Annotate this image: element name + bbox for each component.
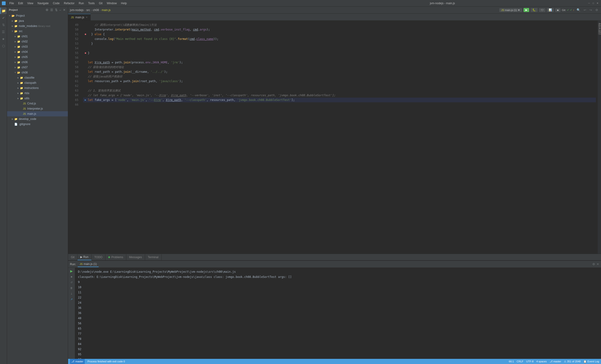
tree-instructions[interactable]: ▶ 📁 instructions [7, 85, 68, 91]
tree-classfile[interactable]: ▶ 📁 classfile [7, 75, 68, 80]
run-clear-icon[interactable]: 🗑 [69, 285, 74, 290]
tree-ch01[interactable]: ▶ 📁 ch01 [7, 34, 68, 39]
close-button[interactable]: ✕ [596, 2, 599, 5]
activity-project[interactable]: 📁 [0, 8, 7, 14]
sidebar-settings-icon[interactable]: ⚙ [45, 8, 49, 12]
maximize-button[interactable]: □ [592, 2, 595, 5]
tree-java[interactable]: ▶ 📁 java [7, 18, 68, 23]
bottom-tab-run-label: ▶ Run [80, 255, 88, 259]
breadcrumb-ch08[interactable]: ch08 [93, 9, 99, 12]
profile-button[interactable]: 📊 [547, 8, 554, 12]
main-layout: 📁 ✔ ⇅ ☰ ★ ⬡ Project ⚙ ☰ ⇅ – ✕ ▼ 📂 Projec… [0, 7, 601, 364]
tree-ch04[interactable]: ▶ 📁 ch04 [7, 49, 68, 54]
run-panel-body: ▶ ■ ↺ 🗑 ⤓ ↗ D:\nodejs\node.exe E:\Learni… [68, 268, 601, 359]
stop-button[interactable]: ■ [555, 8, 561, 12]
menu-refactor[interactable]: Refactor [62, 1, 76, 5]
status-event-log[interactable]: 📋 Event Log [583, 360, 599, 363]
menu-help[interactable]: Help [119, 1, 129, 5]
problems-dot [108, 256, 110, 258]
tree-rtda[interactable]: ▶ 📁 rtda [7, 91, 68, 96]
tab-close-button[interactable]: ✕ [86, 16, 88, 19]
run-scroll-icon[interactable]: ⤓ [69, 291, 74, 296]
tree-ch02[interactable]: ▶ 📁 ch02 [7, 39, 68, 44]
bottom-tab-run[interactable]: ▶ Run [78, 254, 91, 260]
activity-favorites[interactable]: ★ [0, 36, 7, 42]
status-warnings[interactable]: ⚠ 351 of 2048 [564, 360, 581, 363]
menu-view[interactable]: View [25, 1, 35, 5]
run-rerun-icon[interactable]: ↺ [69, 280, 74, 285]
status-line-sep[interactable]: CRLF [517, 360, 523, 363]
sidebar-filter-icon[interactable]: ⇅ [54, 8, 58, 12]
status-warnings-text: 351 of 2048 [567, 360, 581, 363]
tree-main-js[interactable]: JS main.js [7, 111, 68, 116]
minimize-button[interactable]: ─ [587, 2, 591, 5]
run-wrap-icon[interactable]: ↗ [69, 297, 74, 302]
git-label: Git: [562, 9, 566, 11]
tree-ch05[interactable]: ▶ 📁 ch05 [7, 54, 68, 60]
sidebar-collapse-icon[interactable]: – [59, 8, 61, 12]
run-output-95: 95 [78, 352, 598, 357]
status-process[interactable]: Process finished with exit code 0 [88, 360, 125, 363]
status-git[interactable]: ⎇ master [70, 359, 85, 364]
run-panel-close-icon[interactable]: ✕ [597, 262, 599, 266]
tree-ch07[interactable]: ▶ 📁 ch07 [7, 65, 68, 70]
status-position[interactable]: 66:1 [509, 360, 514, 363]
menu-tools[interactable]: Tools [86, 1, 97, 5]
editor-tabs: JS main.js ✕ [68, 14, 601, 21]
coverage-button[interactable]: 🛡 [539, 8, 545, 12]
tab-main-js[interactable]: JS main.js ✕ [68, 14, 91, 20]
run-config-button[interactable]: JS main.js (1) ▼ [499, 8, 522, 12]
run-button[interactable]: ▶ [523, 8, 529, 12]
tree-ch03[interactable]: ▶ 📁 ch03 [7, 44, 68, 49]
menu-run[interactable]: Run [77, 1, 86, 5]
bottom-tab-todo[interactable]: TODO [91, 254, 105, 260]
breadcrumb: jvm-nodejs › src › ch08 › main.js [70, 9, 498, 12]
tree-src[interactable]: ▼ 📂 src [7, 29, 68, 34]
run-tab-main[interactable]: JS main.js (1) [78, 261, 99, 267]
tree-ch06[interactable]: ▶ 📁 ch06 [7, 60, 68, 65]
bottom-tab-problems[interactable]: Problems [105, 254, 126, 260]
menu-window[interactable]: Window [105, 1, 119, 5]
activity-structure[interactable]: ☰ [0, 29, 7, 35]
tree-utils[interactable]: ▶ 📁 utils [7, 96, 68, 101]
activity-pull-requests[interactable]: ⇅ [0, 22, 7, 28]
run-panel-settings-icon[interactable]: ⚙ [592, 262, 595, 266]
bottom-tab-git[interactable]: Git [68, 254, 78, 260]
menu-edit[interactable]: Edit [16, 1, 25, 5]
code-line-60: // 获取java的用户类路径 [83, 74, 596, 79]
menu-navigate[interactable]: Navigate [36, 1, 50, 5]
redo-button[interactable]: ↪ [589, 8, 593, 12]
tree-project[interactable]: ▼ 📂 Project [7, 13, 68, 18]
breadcrumb-root[interactable]: jvm-nodejs [70, 9, 84, 12]
search-button[interactable]: 🔍 [576, 8, 581, 12]
sidebar-close-icon[interactable]: ✕ [62, 8, 66, 12]
tree-ch08[interactable]: ▼ 📂 ch08 [7, 70, 68, 75]
undo-button[interactable]: ↩ [583, 8, 587, 12]
tree-gitignore[interactable]: 📄 .gitignore [7, 122, 68, 127]
menu-code[interactable]: Code [51, 1, 61, 5]
activity-npm[interactable]: ⬡ [0, 43, 7, 49]
code-content[interactable]: // 调用interpret()函数解释执行main()方法 Interpret… [80, 21, 598, 254]
bottom-tab-messages[interactable]: Messages [126, 254, 145, 260]
tree-cmd-js[interactable]: JS Cmd.js [7, 101, 68, 106]
breadcrumb-file[interactable]: main.js [102, 9, 110, 12]
tree-interpreter-js[interactable]: JS Interpreter.js [7, 106, 68, 111]
bottom-tab-terminal[interactable]: Terminal [145, 254, 161, 260]
breadcrumb-src[interactable]: src [86, 9, 90, 12]
run-stop-icon[interactable]: ■ [69, 274, 74, 279]
tree-node-modules[interactable]: ▶ 📁 node_modules library root [7, 23, 68, 29]
menu-git[interactable]: Git [97, 1, 104, 5]
sidebar-layout-icon[interactable]: ☰ [50, 8, 53, 12]
file-tree: ▼ 📂 Project ▶ 📁 java ▶ 📁 node_modules li… [7, 13, 68, 364]
debug-button[interactable]: 🐛 [531, 8, 538, 12]
menu-file[interactable]: File [8, 1, 16, 5]
activity-commit[interactable]: ✔ [0, 15, 7, 21]
status-encoding[interactable]: UTF-8 [526, 360, 534, 363]
tree-classpath[interactable]: ▶ 📁 classpath [7, 80, 68, 85]
status-indent[interactable]: 4 spaces [536, 360, 547, 363]
run-play-icon[interactable]: ▶ [69, 269, 74, 273]
status-branch[interactable]: ⎇ master [550, 360, 561, 363]
tree-develop-code[interactable]: ▶ 📁 develop_code [7, 116, 68, 122]
settings-button[interactable]: ⚙ [594, 8, 599, 12]
run-panel-header: Run: JS main.js (1) ⚙ ✕ [68, 261, 601, 268]
